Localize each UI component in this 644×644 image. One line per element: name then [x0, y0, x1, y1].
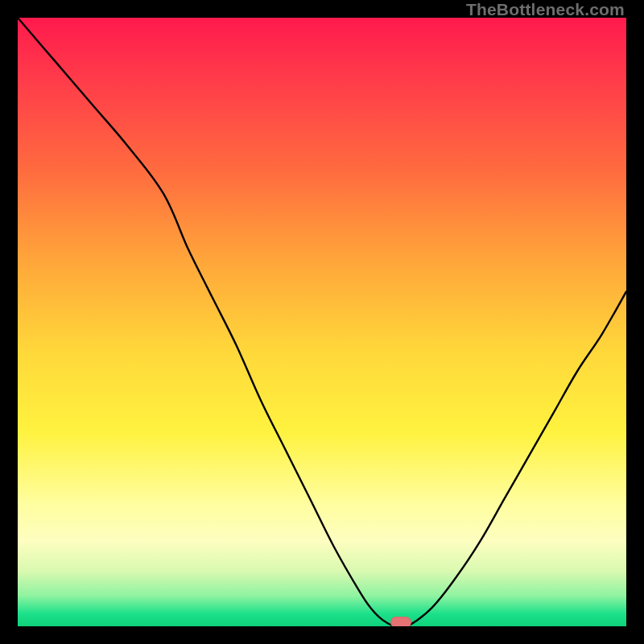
- watermark-text: TheBottleneck.com: [466, 0, 625, 19]
- optimal-marker: [390, 617, 411, 626]
- bottleneck-curve: [18, 18, 626, 626]
- chart-frame: TheBottleneck.com: [0, 0, 644, 644]
- plot-area: [18, 18, 626, 626]
